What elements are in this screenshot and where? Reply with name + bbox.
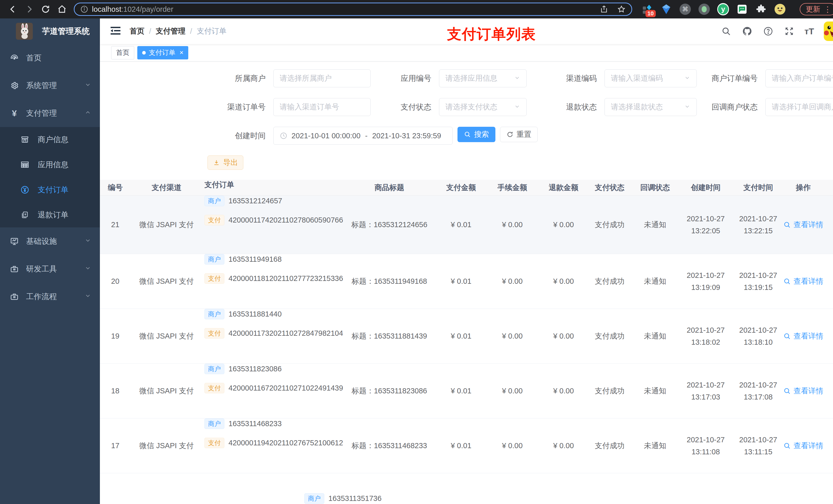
user-avatar[interactable] xyxy=(824,22,833,41)
tag-home[interactable]: 首页 xyxy=(111,46,134,59)
breadcrumb-pay-mgmt[interactable]: 支付管理 xyxy=(156,26,186,37)
fee-amount: ¥ 0.00 xyxy=(475,364,549,418)
merchant-tag: 商户 xyxy=(205,254,224,265)
merchant-order-no: 1635312124657 xyxy=(229,197,282,205)
font-size-icon[interactable]: ᴛT xyxy=(805,26,814,37)
site-info-icon[interactable] xyxy=(80,5,88,13)
pay-order-no: 4200001194202110276752100612 xyxy=(229,439,343,447)
breadcrumb: 首页 / 支付管理 / 支付订单 xyxy=(129,26,227,37)
sidebar-item-pay-order[interactable]: 支付订单 xyxy=(0,177,100,202)
briefcase-icon xyxy=(9,292,20,301)
store-icon xyxy=(20,136,30,144)
profile-avatar-icon[interactable] xyxy=(774,3,786,15)
extension-icon-6[interactable] xyxy=(736,3,748,15)
order-id: 19 xyxy=(100,309,130,363)
sidebar-item-app-info[interactable]: 应用信息 xyxy=(0,152,100,177)
create-time: 2021-10-2713:11:08 xyxy=(669,418,743,473)
merchant-order-no: 1635311881440 xyxy=(229,310,282,318)
create-time-range-picker[interactable]: 2021-10-01 00:00:00 - 2021-10-31 23:59:5… xyxy=(273,127,453,145)
magnifier-icon xyxy=(783,221,791,229)
pay-tag: 支付 xyxy=(205,215,224,225)
pay-tag: 支付 xyxy=(205,383,224,393)
app-title: 芋道管理系统 xyxy=(42,26,90,37)
forward-icon[interactable] xyxy=(24,4,35,15)
chevron-down-icon xyxy=(85,81,91,90)
view-detail-link[interactable]: 查看详情 xyxy=(774,254,833,309)
pay-order-ids: 商户1635311823086 支付4200001167202110271022… xyxy=(203,364,332,418)
pay-channel: 微信 JSAPI 支付 xyxy=(130,254,203,309)
fullscreen-icon[interactable] xyxy=(784,26,795,37)
view-detail-link[interactable]: 查看详情 xyxy=(774,196,833,254)
pay-channel: 微信 JSAPI 支付 xyxy=(130,196,203,254)
extensions-puzzle-icon[interactable] xyxy=(755,3,767,15)
app-logo-row[interactable]: 芋道管理系统 xyxy=(0,19,100,44)
pay-channel: 微信 JSAPI 支付 xyxy=(130,418,203,473)
bookmark-star-icon[interactable] xyxy=(617,5,626,14)
extension-icon-2[interactable] xyxy=(660,3,672,15)
extension-icon-4[interactable] xyxy=(698,3,710,15)
pay-time: 2021-10-2713:17:08 xyxy=(743,364,774,418)
main-area: 首页 / 支付管理 / 支付订单 支付订单列表 xyxy=(100,19,833,504)
reload-icon[interactable] xyxy=(40,4,51,15)
sidebar-item-home[interactable]: 首页 xyxy=(0,44,100,72)
search-icon[interactable] xyxy=(720,26,732,37)
annotation-title: 支付订单列表 xyxy=(447,25,536,44)
view-detail-link[interactable]: 查看详情 xyxy=(774,309,833,363)
app-logo xyxy=(16,23,33,40)
create-time: 2021-10-2713:19:09 xyxy=(669,254,743,309)
sidebar-item-infra[interactable]: 基础设施 xyxy=(0,227,100,255)
extension-icon-3[interactable]: ⌘ xyxy=(679,3,691,15)
home-icon[interactable] xyxy=(56,4,68,15)
app-select[interactable]: 请选择应用信息 xyxy=(439,69,527,87)
date-start: 2021-10-01 00:00:00 xyxy=(291,131,360,140)
extension-icon-1[interactable]: 10 xyxy=(641,3,653,15)
tag-close-icon[interactable]: × xyxy=(180,49,184,56)
pay-channel: 微信 JSAPI 支付 xyxy=(130,309,203,363)
sidebar-item-refund-order[interactable]: 退款订单 xyxy=(0,202,100,227)
sidebar-item-workflow[interactable]: 工作流程 xyxy=(0,283,100,310)
pay-status: 支付成功 xyxy=(578,309,642,363)
pay-amount: ¥ 0.01 xyxy=(447,196,475,254)
export-button[interactable]: 导出 xyxy=(208,155,243,170)
reset-button[interactable]: 重置 xyxy=(500,127,538,142)
create-time: 2021-10-2713:18:02 xyxy=(669,309,743,363)
merchant-order-no-input[interactable]: 请输入商户订单编号 xyxy=(765,69,833,87)
notify-status-select[interactable]: 请选择订单回调商户状态 xyxy=(765,98,833,116)
github-icon[interactable] xyxy=(742,26,753,37)
share-icon[interactable] xyxy=(600,5,609,14)
help-icon[interactable] xyxy=(763,26,774,37)
chevron-down-icon xyxy=(85,237,91,246)
filter-form: 所属商户 请选择所属商户 应用编号 请选择应用信息 渠道编码 请输入渠道编码 xyxy=(100,62,833,145)
tag-pay-order[interactable]: 支付订单 × xyxy=(137,46,188,59)
merchant-select[interactable]: 请选择所属商户 xyxy=(273,69,371,87)
sidebar-item-merchant-info[interactable]: 商户信息 xyxy=(0,127,100,152)
pay-channel: 微信 JSAPI 支付 xyxy=(130,364,203,418)
pay-order-no: 4200001174202110278060590766 xyxy=(229,216,343,224)
breadcrumb-current: 支付订单 xyxy=(197,26,227,37)
address-bar[interactable]: localhost:1024/pay/order xyxy=(74,3,632,16)
pay-status: 支付成功 xyxy=(578,254,642,309)
sidebar: 芋道管理系统 首页 系统管理 ¥ 支付管理 xyxy=(0,19,100,504)
back-icon[interactable] xyxy=(7,4,19,15)
search-button[interactable]: 搜索 xyxy=(457,127,495,142)
table-row-partial: 商户 1635311351736 xyxy=(100,473,833,504)
create-time: 2021-10-2713:22:05 xyxy=(669,196,743,254)
pay-order-no: 4200001181202110277723215336 xyxy=(229,274,343,283)
pay-tag: 支付 xyxy=(205,438,224,448)
browser-menu-icon[interactable]: ⋮ xyxy=(824,5,831,14)
extension-icon-5[interactable]: y xyxy=(717,3,729,15)
pay-status-select[interactable]: 请选择支付状态 xyxy=(439,98,527,116)
table-row: 18 微信 JSAPI 支付 商户1635311823086 支付4200001… xyxy=(100,364,833,418)
sidebar-item-system[interactable]: 系统管理 xyxy=(0,72,100,99)
sidebar-toggle-icon[interactable] xyxy=(110,26,121,37)
view-detail-link[interactable]: 查看详情 xyxy=(774,364,833,418)
channel-order-no-input[interactable]: 请输入渠道订单号 xyxy=(273,98,371,116)
pay-order-ids: 商户1635312124657 支付4200001174202110278060… xyxy=(203,196,332,254)
top-navbar: 首页 / 支付管理 / 支付订单 支付订单列表 xyxy=(100,19,833,44)
sidebar-item-pay[interactable]: ¥ 支付管理 xyxy=(0,99,100,127)
browser-update-button[interactable]: 更新 ⋮ xyxy=(800,3,833,15)
active-dot xyxy=(142,51,146,54)
sidebar-item-dev-tools[interactable]: 研发工具 xyxy=(0,255,100,283)
view-detail-link[interactable]: 查看详情 xyxy=(774,418,833,473)
breadcrumb-home[interactable]: 首页 xyxy=(129,26,144,37)
